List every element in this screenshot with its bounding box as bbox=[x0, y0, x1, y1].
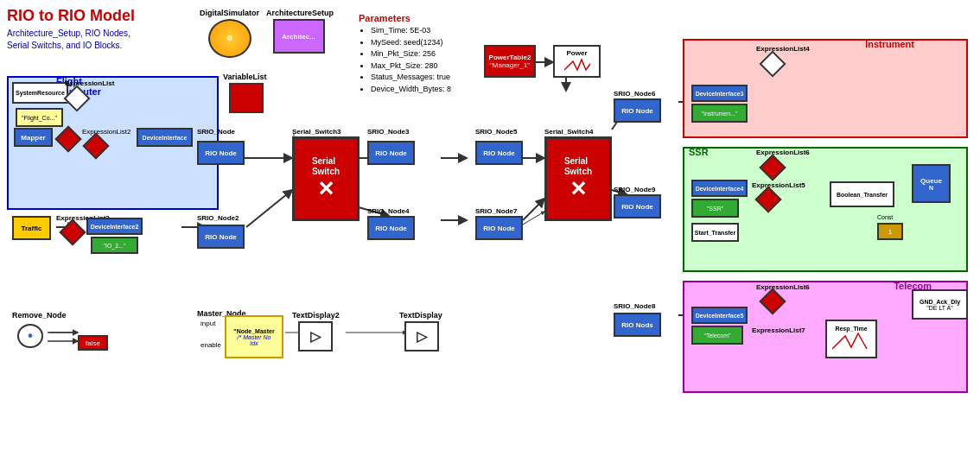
serial-switch4-label: Serial_Switch4 bbox=[544, 128, 593, 136]
srio-node-label: SRIO_Node bbox=[197, 128, 235, 136]
expression-list-flight-label: ExpressionList bbox=[65, 79, 114, 87]
svg-line-14 bbox=[523, 199, 544, 220]
expression-list6-label: ExpressionList6 bbox=[756, 149, 810, 156]
rio-node-6[interactable]: RIO Node bbox=[614, 98, 661, 123]
start-transfer-block[interactable]: Start_Transfer bbox=[691, 223, 739, 242]
rio-node-2[interactable]: RIO Node bbox=[197, 225, 245, 249]
text-display2-icon: ▷ bbox=[310, 328, 321, 345]
text-display2-block[interactable]: ▷ bbox=[298, 321, 333, 352]
rio-node-5[interactable]: RIO Node bbox=[475, 141, 523, 165]
traffic-block[interactable]: Traffic bbox=[12, 216, 51, 240]
digital-sim-icon[interactable]: ⚙ bbox=[208, 19, 251, 58]
arch-setup-icon[interactable]: Architec... bbox=[273, 19, 325, 54]
switch-x-icon-1: ✕ bbox=[317, 177, 334, 201]
title-subtitle: Architecture_Setup, RIO Nodes,Serial Swi… bbox=[7, 28, 135, 52]
diamond-expr3 bbox=[59, 218, 86, 245]
queue-block[interactable]: Queue N bbox=[912, 164, 951, 203]
switch-x-icon-2: ✕ bbox=[570, 177, 587, 201]
remove-node-label: Remove_Node bbox=[12, 311, 67, 320]
expression-list2-label: ExpressionList2 bbox=[82, 128, 130, 136]
digital-simulator-block[interactable]: DigitalSimulator ⚙ bbox=[197, 9, 262, 60]
rio-node-9[interactable]: RIO Node bbox=[614, 194, 661, 218]
expression-list6-telecom-label: ExpressionList6 bbox=[756, 283, 810, 291]
device-interface3-block[interactable]: DeviceInterface3 bbox=[691, 85, 748, 102]
io2-block[interactable]: "IO_2..." bbox=[91, 237, 138, 254]
power-chart bbox=[564, 57, 590, 74]
params-list: Sim_Time: 5E-03 MySeed: seed(1234) Min_P… bbox=[371, 25, 451, 95]
main-canvas: RIO to RIO Model Architecture_Setup, RIO… bbox=[0, 0, 980, 456]
srio-node6-label: SRIO_Node6 bbox=[614, 90, 655, 98]
srio-node7-label: SRIO_Node7 bbox=[475, 207, 517, 215]
variable-list-block[interactable] bbox=[229, 83, 264, 113]
srio-node2-label: SRIO_Node2 bbox=[197, 214, 239, 222]
remove-node-block[interactable]: • bbox=[17, 324, 43, 348]
boolean-transfer-block[interactable]: Boolean_Transfer bbox=[830, 181, 894, 207]
power-table2-block[interactable]: PowerTable2 "Manager_1" bbox=[484, 45, 536, 78]
device-interface5-block[interactable]: DeviceInterface5 bbox=[691, 307, 748, 324]
flight-string-block[interactable]: "Flight_Co..." bbox=[16, 108, 63, 127]
ssr-label: SSR bbox=[689, 147, 709, 157]
rio-node-7[interactable]: RIO Node bbox=[475, 216, 523, 240]
serial-switch3-label: Serial_Switch3 bbox=[292, 128, 340, 136]
srio-node9-label: SRIO_Node9 bbox=[614, 186, 655, 193]
svg-line-11 bbox=[246, 190, 292, 227]
ssr-string-block[interactable]: "SSR" bbox=[691, 199, 739, 218]
const-label: Const bbox=[877, 214, 893, 220]
serial-switch-2[interactable]: SerialSwitch ✕ bbox=[544, 136, 612, 221]
text-display-icon: ▷ bbox=[417, 328, 427, 345]
gnd-ack-dly-block[interactable]: GND_Ack_Dly "DE LT A" bbox=[912, 289, 968, 320]
instrumen-block[interactable]: "Instrumen..." bbox=[691, 104, 748, 123]
variable-list-label: VariableList bbox=[223, 73, 267, 81]
main-title: RIO to RIO Model Architecture_Setup, RIO… bbox=[7, 7, 135, 52]
resp-time-block[interactable]: Resp_Time bbox=[825, 320, 877, 358]
power-block[interactable]: Power bbox=[553, 45, 601, 78]
architecture-setup-block[interactable]: ArchitectureSetup Architec... bbox=[266, 9, 331, 54]
svg-line-38 bbox=[523, 212, 544, 225]
resp-time-chart bbox=[832, 332, 871, 353]
false-block[interactable]: false bbox=[78, 335, 108, 351]
const-block[interactable]: 1 bbox=[877, 223, 903, 240]
system-resource-block[interactable]: SystemResource bbox=[12, 82, 68, 104]
expression-list7-label: ExpressionList7 bbox=[752, 326, 805, 334]
device-interface-flight[interactable]: DeviceInterface bbox=[137, 128, 193, 147]
device-interface4-block[interactable]: DeviceInterface4 bbox=[691, 180, 748, 197]
instrument-label: Instrument bbox=[865, 39, 914, 49]
telecom-string-block[interactable]: "Telecom" bbox=[691, 326, 743, 345]
expression-list5-label: ExpressionList5 bbox=[752, 181, 805, 189]
mapper-block[interactable]: Mapper bbox=[14, 128, 53, 147]
rio-node-4[interactable]: RIO Node bbox=[367, 216, 415, 240]
rio-node-3[interactable]: RIO Node bbox=[367, 141, 415, 165]
device-interface2-block[interactable]: DeviceInterface2 bbox=[86, 218, 143, 235]
remove-node-arrows bbox=[48, 324, 82, 350]
srio-node4-label: SRIO_Node4 bbox=[367, 207, 409, 215]
input-label: input bbox=[200, 320, 215, 327]
expression-list4-label: ExpressionList4 bbox=[756, 45, 810, 53]
srio-node3-label: SRIO_Node3 bbox=[367, 128, 409, 136]
text-display-block[interactable]: ▷ bbox=[404, 321, 439, 352]
parameters-box: Parameters Sim_Time: 5E-03 MySeed: seed(… bbox=[359, 13, 451, 95]
text-display2-label: TextDisplay2 bbox=[292, 311, 340, 320]
serial-switch-1[interactable]: SerialSwitch ✕ bbox=[292, 136, 360, 221]
enable-label: enable bbox=[200, 341, 221, 349]
srio-node8-label: SRIO_Node8 bbox=[614, 302, 655, 310]
srio-node5-label: SRIO_Node5 bbox=[475, 128, 517, 136]
rio-node-flight[interactable]: RIO Node bbox=[197, 141, 245, 165]
node-master-block[interactable]: "Node_Master /* Master No Idx bbox=[225, 315, 283, 358]
text-display-label: TextDisplay bbox=[399, 311, 442, 320]
rio-nods-block[interactable]: RIO Nods bbox=[614, 313, 661, 337]
